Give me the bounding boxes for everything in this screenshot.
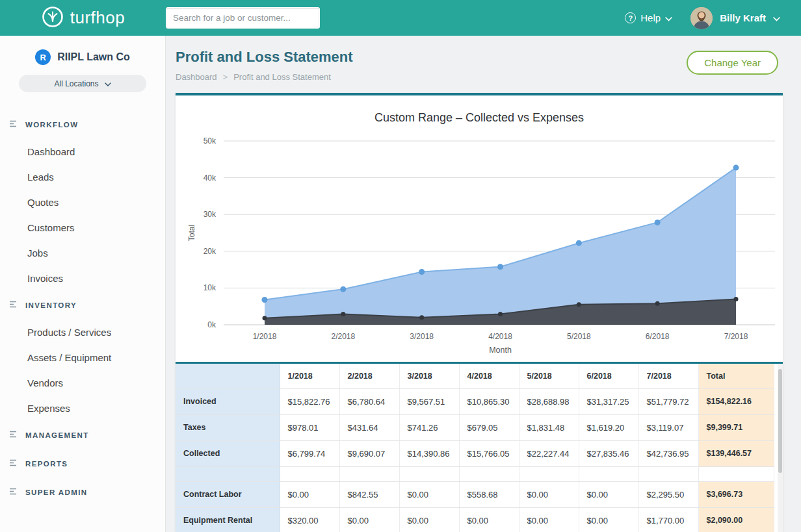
- spacer-cell: [280, 466, 339, 481]
- cell: $0.00: [579, 481, 638, 507]
- pl-table: 1/20182/20183/20184/20185/20186/20187/20…: [176, 364, 774, 532]
- y-tick-label: 50k: [203, 136, 216, 146]
- table-scrollbar[interactable]: [778, 364, 783, 532]
- cell: $10,865.30: [459, 388, 519, 414]
- column-header: 6/2018: [579, 364, 638, 388]
- series-marker-expenses: [341, 312, 345, 316]
- section-label: REPORTS: [25, 460, 68, 468]
- cell: $9,690.07: [339, 440, 399, 466]
- locations-label: All Locations: [54, 79, 98, 88]
- profit-loss-chart-card: 0k10k20k30k40k50k1/20182/20183/20184/201…: [176, 93, 783, 362]
- pl-chart-svg: 0k10k20k30k40k50k1/20182/20183/20184/201…: [178, 98, 781, 358]
- cell: $2,295.50: [638, 481, 698, 507]
- help-chevron-icon: [665, 12, 672, 23]
- total-cell: $9,399.71: [698, 414, 774, 440]
- series-marker-expenses: [733, 297, 738, 301]
- help-menu[interactable]: ? Help: [625, 12, 672, 23]
- sidebar-item-expenses[interactable]: Expenses: [0, 396, 165, 421]
- breadcrumb-dashboard[interactable]: Dashboard: [176, 72, 217, 82]
- sidebar-nav: WORKFLOWDashboardLeadsQuotesCustomersJob…: [0, 110, 165, 507]
- x-tick-label: 3/2018: [410, 332, 434, 341]
- profit-loss-table-card: 1/20182/20183/20184/20185/20186/20187/20…: [176, 362, 783, 532]
- spacer-cell: [339, 466, 399, 481]
- cell: $15,822.76: [280, 388, 339, 414]
- sidebar-item-quotes[interactable]: Quotes: [0, 190, 165, 215]
- locations-dropdown[interactable]: All Locations: [19, 75, 146, 92]
- total-cell: $139,446.57: [698, 440, 774, 466]
- sidebar-section-super-admin[interactable]: SUPER ADMIN: [0, 478, 165, 507]
- y-tick-label: 0k: [207, 320, 217, 329]
- column-header: 5/2018: [519, 364, 579, 388]
- sidebar-item-invoices[interactable]: Invoices: [0, 266, 165, 291]
- change-year-button[interactable]: Change Year: [687, 51, 778, 75]
- cell: $0.00: [399, 481, 459, 507]
- locations-chevron-icon: [105, 79, 111, 88]
- cell: $14,390.86: [399, 440, 459, 466]
- topbar-right: ? Help Billy Kraft: [625, 7, 780, 29]
- search-input[interactable]: [166, 7, 320, 29]
- table-row-equipment-rental: Equipment Rental$320.00$0.00$0.00$0.00$0…: [176, 507, 774, 532]
- x-tick-label: 5/2018: [566, 332, 590, 341]
- section-label: MANAGEMENT: [25, 431, 89, 439]
- x-axis-label: Month: [489, 346, 512, 355]
- table-row-taxes: Taxes$978.01$431.64$741.26$679.05$1,831.…: [176, 414, 774, 440]
- sidebar-item-dashboard[interactable]: Dashboard: [0, 139, 165, 164]
- breadcrumb-separator: >: [223, 72, 228, 82]
- user-avatar: [690, 7, 713, 29]
- series-marker-expenses: [576, 302, 581, 307]
- table-row-contract-labor: Contract Labor$0.00$842.55$0.00$558.68$0…: [176, 481, 774, 507]
- section-lines-icon: [9, 458, 19, 470]
- sidebar-item-assets-equipment[interactable]: Assets / Equipment: [0, 345, 165, 370]
- cell: $0.00: [339, 507, 399, 532]
- spacer-cell: [638, 466, 698, 481]
- user-menu[interactable]: Billy Kraft: [690, 7, 780, 29]
- sidebar-item-jobs[interactable]: Jobs: [0, 240, 165, 266]
- cell: $0.00: [459, 507, 519, 532]
- sidebar-item-leads[interactable]: Leads: [0, 164, 165, 190]
- y-axis-label: Total: [187, 225, 196, 241]
- section-lines-icon: [9, 487, 19, 498]
- x-tick-label: 2/2018: [331, 332, 355, 341]
- breadcrumb-current: Profit and Loss Statement: [233, 72, 331, 82]
- table-row-invoiced: Invoiced$15,822.76$6,780.64$9,567.51$10,…: [176, 388, 774, 414]
- sidebar-item-customers[interactable]: Customers: [0, 215, 165, 240]
- cell: $28,688.98: [519, 388, 579, 414]
- row-label: Taxes: [176, 414, 280, 440]
- row-label: Collected: [176, 440, 280, 466]
- cell: $679.05: [459, 414, 519, 440]
- series-marker-expenses: [419, 315, 424, 320]
- main-content: Profit and Loss Statement Dashboard > Pr…: [166, 36, 801, 532]
- cell: $978.01: [280, 414, 339, 440]
- cell: $431.64: [339, 414, 399, 440]
- sidebar-section-workflow[interactable]: WORKFLOW: [0, 110, 165, 139]
- sidebar-item-products-services[interactable]: Products / Services: [0, 320, 165, 345]
- total-cell: $2,090.00: [698, 507, 774, 532]
- brand-name: turfhop: [70, 8, 125, 28]
- section-lines-icon: [9, 119, 19, 131]
- cell: $6,780.64: [339, 388, 399, 414]
- section-label: WORKFLOW: [25, 121, 78, 129]
- cell: $27,835.46: [579, 440, 638, 466]
- sidebar-section-management[interactable]: MANAGEMENT: [0, 421, 165, 450]
- sidebar-section-reports[interactable]: REPORTS: [0, 450, 165, 478]
- sidebar-item-vendors[interactable]: Vendors: [0, 370, 165, 396]
- series-marker-collected: [261, 297, 267, 303]
- app-window: turfhop ? Help: [0, 0, 801, 532]
- column-header: Total: [698, 364, 774, 388]
- series-marker-collected: [419, 269, 425, 275]
- column-header: 1/2018: [280, 364, 339, 388]
- cell: $1,770.00: [638, 507, 698, 532]
- cell: $22,227.44: [519, 440, 579, 466]
- cell: $0.00: [399, 507, 459, 532]
- cell: $0.00: [519, 481, 579, 507]
- table-scrollbar-thumb[interactable]: [778, 369, 782, 473]
- column-header: [176, 364, 280, 388]
- series-marker-expenses: [262, 316, 267, 320]
- sidebar-section-inventory[interactable]: INVENTORY: [0, 291, 165, 320]
- x-tick-label: 4/2018: [488, 332, 512, 341]
- cell: $0.00: [519, 507, 579, 532]
- company-switcher[interactable]: R RIIPL Lawn Co: [0, 49, 165, 65]
- brand-logo[interactable]: turfhop: [0, 5, 166, 31]
- row-label: Equipment Rental: [176, 507, 280, 532]
- cell: $0.00: [579, 507, 638, 532]
